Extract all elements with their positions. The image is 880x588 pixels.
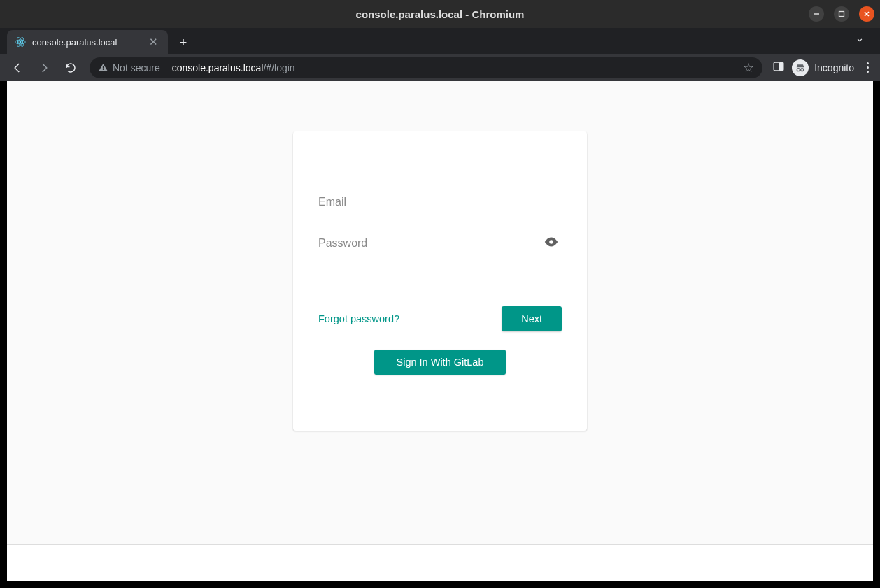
svg-point-4 bbox=[20, 41, 22, 43]
not-secure-label: Not secure bbox=[113, 62, 160, 73]
password-field[interactable] bbox=[318, 233, 562, 254]
window-close-button[interactable] bbox=[859, 6, 874, 22]
os-window: console.paralus.local - Chromium console… bbox=[0, 0, 880, 588]
svg-point-15 bbox=[549, 240, 553, 244]
window-titlebar: console.paralus.local - Chromium bbox=[0, 0, 880, 28]
login-actions-row: Forgot password? Next bbox=[318, 306, 562, 331]
page-viewport: Forgot password? Next Sign In With GitLa… bbox=[7, 81, 873, 581]
login-card: Forgot password? Next Sign In With GitLa… bbox=[293, 131, 587, 431]
security-indicator[interactable]: Not secure bbox=[98, 62, 160, 73]
new-tab-button[interactable]: + bbox=[173, 33, 193, 52]
bookmark-star-icon[interactable]: ☆ bbox=[743, 60, 754, 76]
svg-point-13 bbox=[801, 68, 804, 71]
svg-rect-9 bbox=[103, 69, 104, 70]
incognito-indicator[interactable]: Incognito bbox=[792, 59, 854, 76]
window-maximize-button[interactable] bbox=[834, 6, 849, 22]
incognito-label: Incognito bbox=[814, 62, 854, 73]
toggle-password-visibility-button[interactable] bbox=[544, 234, 559, 252]
svg-point-12 bbox=[797, 68, 800, 71]
browser-menu-button[interactable] bbox=[861, 62, 874, 73]
url-host: console.paralus.local bbox=[172, 62, 264, 73]
side-panel-icon[interactable] bbox=[772, 60, 785, 76]
email-field-wrapper bbox=[318, 192, 562, 213]
window-title: console.paralus.local - Chromium bbox=[0, 8, 880, 20]
page-footer-blank bbox=[7, 545, 873, 581]
browser-tab[interactable]: console.paralus.local ✕ bbox=[7, 30, 168, 54]
forgot-password-link[interactable]: Forgot password? bbox=[318, 313, 399, 324]
browser-tab-title: console.paralus.local bbox=[32, 37, 141, 48]
password-field-wrapper bbox=[318, 233, 562, 254]
forward-button[interactable] bbox=[32, 56, 56, 80]
url-text: console.paralus.local/#/login bbox=[172, 62, 295, 73]
incognito-icon bbox=[792, 59, 809, 76]
react-favicon-icon bbox=[14, 36, 27, 48]
login-page: Forgot password? Next Sign In With GitLa… bbox=[7, 81, 873, 581]
svg-rect-1 bbox=[839, 12, 844, 17]
address-bar[interactable]: Not secure console.paralus.local/#/login… bbox=[90, 57, 762, 78]
back-button[interactable] bbox=[6, 56, 29, 80]
browser-tabstrip: console.paralus.local ✕ + bbox=[0, 28, 880, 54]
sign-in-with-gitlab-button[interactable]: Sign In With GitLab bbox=[374, 350, 506, 375]
browser-toolbar: Not secure console.paralus.local/#/login… bbox=[0, 54, 880, 81]
warning-icon bbox=[98, 62, 108, 73]
window-minimize-button[interactable] bbox=[809, 6, 824, 22]
eye-icon bbox=[544, 234, 559, 250]
tab-close-button[interactable]: ✕ bbox=[147, 36, 159, 48]
url-path: /#/login bbox=[263, 62, 294, 73]
separator bbox=[166, 62, 166, 73]
svg-rect-8 bbox=[103, 66, 104, 69]
reload-button[interactable] bbox=[59, 56, 83, 80]
email-field[interactable] bbox=[318, 192, 562, 213]
next-button[interactable]: Next bbox=[502, 306, 562, 331]
window-controls bbox=[809, 0, 874, 28]
tabs-dropdown-button[interactable] bbox=[855, 35, 865, 47]
svg-rect-11 bbox=[779, 62, 783, 71]
